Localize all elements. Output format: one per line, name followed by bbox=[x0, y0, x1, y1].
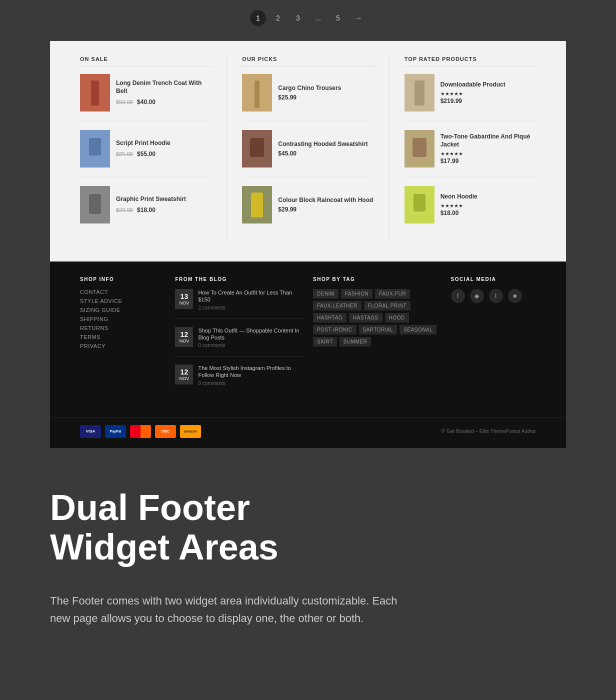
price-new-1: $40.00 bbox=[137, 98, 156, 106]
facebook-icon[interactable]: f bbox=[451, 289, 465, 303]
product-image-7 bbox=[404, 74, 434, 112]
svg-rect-17 bbox=[414, 194, 426, 212]
svg-rect-9 bbox=[250, 138, 264, 157]
twitter-icon[interactable]: t bbox=[489, 289, 503, 303]
tag-hastags[interactable]: HASTAGS bbox=[349, 313, 382, 322]
our-picks-item-1[interactable]: Cargo Chino Trousers $25.99 bbox=[242, 74, 374, 121]
footer-link-shipping[interactable]: SHIPPING bbox=[80, 316, 165, 322]
pagination: 1 2 3 ... 5 → bbox=[0, 0, 616, 41]
tag-faux-leather[interactable]: FAUX-LEATHER bbox=[313, 301, 362, 310]
discord-icon[interactable]: ◆ bbox=[470, 289, 484, 303]
copyright-text: © Get Bowtied – Elite ThemeForest Author bbox=[442, 428, 536, 434]
blog-item-3[interactable]: 12 NOV The Most Stylish Instagram Profil… bbox=[175, 364, 303, 394]
tag-fashion[interactable]: FASHION bbox=[341, 289, 372, 298]
dual-footer-description: The Footer comes with two widget area in… bbox=[50, 592, 400, 627]
product-price-4: $25.99 bbox=[278, 94, 374, 101]
footer-link-sizing[interactable]: SIZING GUIDE bbox=[80, 307, 165, 313]
payment-bar: VISA PayPal DISC amazon © Get Bowtied – … bbox=[50, 417, 566, 448]
tag-sartorial[interactable]: SARTORIAL bbox=[359, 325, 398, 334]
product-price-5: $45.00 bbox=[278, 150, 374, 157]
top-rated-item-3[interactable]: Neon Hoodie ★★★★★ $18.00 bbox=[404, 186, 536, 232]
blog-date-3: 12 NOV bbox=[175, 364, 193, 384]
product-info-9: Neon Hoodie ★★★★★ $18.00 bbox=[440, 193, 536, 216]
blog-comments-3: 0 comments bbox=[198, 380, 303, 386]
footer-link-style[interactable]: STYLE ADVICE bbox=[80, 298, 165, 304]
product-name-8: Two-Tone Gabardine And Piqué Jacket bbox=[440, 133, 536, 148]
footer-link-terms[interactable]: TERMS bbox=[80, 334, 165, 340]
product-info-4: Cargo Chino Trousers $25.99 bbox=[278, 84, 374, 102]
tag-hashtag[interactable]: HASHTAG bbox=[313, 313, 346, 322]
product-info-8: Two-Tone Gabardine And Piqué Jacket ★★★★… bbox=[440, 133, 536, 164]
tag-summer[interactable]: SUMMER bbox=[340, 337, 371, 346]
footer: SHOP INFO CONTACT STYLE ADVICE SIZING GU… bbox=[50, 262, 566, 417]
product-info-3: Graphic Print Sweatshirt $20.00 $18.00 bbox=[116, 196, 212, 214]
price-old-1: $50.00 bbox=[116, 99, 133, 105]
tag-skirt[interactable]: SKIRT bbox=[313, 337, 337, 346]
top-rated-item-2[interactable]: Two-Tone Gabardine And Piqué Jacket ★★★★… bbox=[404, 130, 536, 177]
product-image-6 bbox=[242, 186, 272, 224]
page-1[interactable]: 1 bbox=[250, 10, 266, 26]
blog-content-3: The Most Stylish Instagram Profiles to F… bbox=[198, 364, 303, 386]
products-grid: ON SALE Long Denim Trench Coat With Belt… bbox=[80, 56, 536, 242]
blog-item-1[interactable]: 13 NOV How To Create An Outfit for Less … bbox=[175, 289, 303, 319]
tag-seasonal[interactable]: SEASONAL bbox=[400, 325, 436, 334]
our-picks-item-2[interactable]: Contrasting Hooded Sweatshirt $45.00 bbox=[242, 130, 374, 177]
blog-comments-2: 0 comments bbox=[198, 342, 303, 348]
our-picks-item-3[interactable]: Colour Block Raincoat with Hood $29.99 bbox=[242, 186, 374, 232]
svg-rect-13 bbox=[414, 80, 424, 106]
footer-link-privacy[interactable]: PRIVACY bbox=[80, 343, 165, 349]
on-sale-title: ON SALE bbox=[80, 56, 212, 66]
product-image-8 bbox=[404, 130, 434, 168]
product-info-7: Downloadable Product ★★★★★ $219.99 bbox=[440, 81, 536, 104]
page-3[interactable]: 3 bbox=[290, 10, 306, 26]
top-rated-column: TOP RATED PRODUCTS Downloadable Product … bbox=[404, 56, 536, 242]
product-info-1: Long Denim Trench Coat With Belt $50.00 … bbox=[116, 80, 212, 106]
product-name-5: Contrasting Hooded Sweatshirt bbox=[278, 140, 374, 148]
product-image-2 bbox=[80, 130, 110, 168]
blog-item-2[interactable]: 12 NOV Shop This Outfit — Shoppable Cont… bbox=[175, 327, 303, 357]
price-new-3: $18.00 bbox=[137, 206, 156, 214]
footer-blog: FROM THE BLOG 13 NOV How To Create An Ou… bbox=[175, 276, 303, 402]
social-icons-area: f ◆ t ■ bbox=[451, 289, 536, 303]
product-price-7: $219.99 bbox=[440, 98, 536, 104]
top-rated-item-1[interactable]: Downloadable Product ★★★★★ $219.99 bbox=[404, 74, 536, 121]
visa-icon: VISA bbox=[80, 425, 101, 438]
product-stars-9: ★★★★★ bbox=[440, 203, 536, 208]
tag-faux-fur[interactable]: FAUX-FUR bbox=[375, 289, 410, 298]
product-price-2: $65.00 $55.00 bbox=[116, 149, 212, 158]
page-5[interactable]: 5 bbox=[330, 10, 346, 26]
dual-footer-title: Dual Footer Widget Areas bbox=[50, 488, 566, 567]
product-price-8: $17.99 bbox=[440, 158, 536, 164]
on-sale-item-2[interactable]: Script Print Hoodie $65.00 $55.00 bbox=[80, 130, 212, 177]
product-price-3: $20.00 $18.00 bbox=[116, 205, 212, 214]
product-image-1 bbox=[80, 74, 110, 112]
on-sale-item-1[interactable]: Long Denim Trench Coat With Belt $50.00 … bbox=[80, 74, 212, 121]
product-name-1: Long Denim Trench Coat With Belt bbox=[116, 80, 212, 95]
social-title: SOCIAL MEDIA bbox=[451, 276, 536, 282]
product-stars-7: ★★★★★ bbox=[440, 91, 536, 96]
tag-post-ironic[interactable]: POST-IRONIC bbox=[313, 325, 356, 334]
svg-rect-11 bbox=[251, 192, 263, 218]
tag-hood[interactable]: HOOD bbox=[385, 313, 409, 322]
svg-rect-7 bbox=[254, 80, 260, 108]
price-new-2: $55.00 bbox=[137, 150, 156, 158]
amazon-icon: amazon bbox=[180, 425, 201, 438]
footer-link-returns[interactable]: RETURNS bbox=[80, 325, 165, 331]
next-page[interactable]: → bbox=[350, 10, 366, 26]
shop-info-title: SHOP INFO bbox=[80, 276, 165, 282]
tag-denim[interactable]: DENIM bbox=[313, 289, 338, 298]
blog-post-title-3: The Most Stylish Instagram Profiles to F… bbox=[198, 364, 303, 379]
page-2[interactable]: 2 bbox=[270, 10, 286, 26]
on-sale-item-3[interactable]: Graphic Print Sweatshirt $20.00 $18.00 bbox=[80, 186, 212, 232]
instagram-icon[interactable]: ■ bbox=[508, 289, 522, 303]
blog-comments-1: 2 comments bbox=[198, 305, 303, 310]
product-price-9: $18.00 bbox=[440, 210, 536, 216]
blog-title: FROM THE BLOG bbox=[175, 276, 303, 282]
tag-floral-print[interactable]: FLORAL PRINT bbox=[364, 301, 410, 310]
product-name-4: Cargo Chino Trousers bbox=[278, 84, 374, 92]
footer-social: SOCIAL MEDIA f ◆ t ■ bbox=[451, 276, 536, 402]
product-info-6: Colour Block Raincoat with Hood $29.99 bbox=[278, 196, 374, 214]
price-old-3: $20.00 bbox=[116, 207, 133, 213]
footer-link-contact[interactable]: CONTACT bbox=[80, 289, 165, 295]
product-image-3 bbox=[80, 186, 110, 224]
